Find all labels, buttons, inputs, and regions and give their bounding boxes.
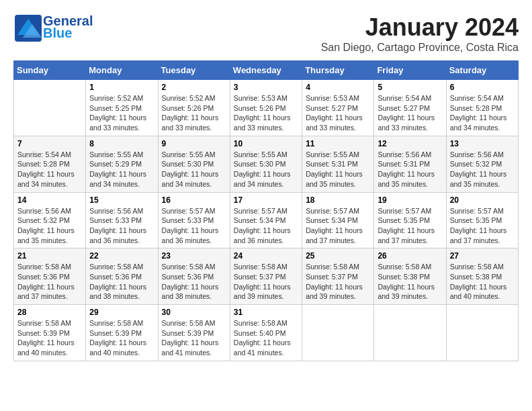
day-number: 3 [234,83,298,92]
day-info: Sunrise: 5:57 AMSunset: 5:33 PMDaylight:… [162,206,226,246]
day-number: 15 [89,195,154,205]
calendar-cell: 25Sunrise: 5:58 AMSunset: 5:37 PMDayligh… [302,248,374,305]
day-info: Sunrise: 5:58 AMSunset: 5:39 PMDaylight:… [89,318,154,358]
day-info: Sunrise: 5:56 AMSunset: 5:32 PMDaylight:… [17,206,82,246]
calendar-cell: 15Sunrise: 5:56 AMSunset: 5:33 PMDayligh… [86,192,158,248]
day-info: Sunrise: 5:55 AMSunset: 5:30 PMDaylight:… [234,150,298,189]
day-info: Sunrise: 5:58 AMSunset: 5:36 PMDaylight:… [89,262,154,302]
col-header-thursday: Thursday [302,61,374,80]
day-info: Sunrise: 5:53 AMSunset: 5:26 PMDaylight:… [234,93,298,133]
calendar-cell: 13Sunrise: 5:56 AMSunset: 5:32 PMDayligh… [446,136,518,192]
day-info: Sunrise: 5:58 AMSunset: 5:39 PMDaylight:… [162,318,226,358]
day-info: Sunrise: 5:55 AMSunset: 5:29 PMDaylight:… [89,150,154,189]
day-number: 20 [450,195,515,205]
day-info: Sunrise: 5:55 AMSunset: 5:31 PMDaylight:… [306,150,370,189]
calendar-header-row: SundayMondayTuesdayWednesdayThursdayFrid… [14,61,519,80]
day-number: 23 [162,251,226,261]
calendar-cell: 24Sunrise: 5:58 AMSunset: 5:37 PMDayligh… [230,248,302,305]
day-info: Sunrise: 5:58 AMSunset: 5:37 PMDaylight:… [234,262,298,302]
day-info: Sunrise: 5:57 AMSunset: 5:34 PMDaylight:… [234,206,298,246]
day-number: 9 [162,139,226,148]
day-number: 19 [378,195,442,205]
calendar-cell: 21Sunrise: 5:58 AMSunset: 5:36 PMDayligh… [14,248,86,305]
day-info: Sunrise: 5:57 AMSunset: 5:35 PMDaylight:… [378,206,442,246]
day-info: Sunrise: 5:54 AMSunset: 5:28 PMDaylight:… [17,150,82,189]
day-info: Sunrise: 5:53 AMSunset: 5:27 PMDaylight:… [306,93,370,133]
calendar-cell: 12Sunrise: 5:56 AMSunset: 5:31 PMDayligh… [374,136,446,192]
day-number: 7 [17,139,82,148]
day-info: Sunrise: 5:57 AMSunset: 5:34 PMDaylight:… [306,206,370,246]
day-info: Sunrise: 5:58 AMSunset: 5:38 PMDaylight:… [450,262,515,302]
day-number: 30 [162,308,226,317]
calendar-cell: 3Sunrise: 5:53 AMSunset: 5:26 PMDaylight… [230,80,302,136]
calendar-cell: 16Sunrise: 5:57 AMSunset: 5:33 PMDayligh… [158,192,230,248]
week-row-2: 7Sunrise: 5:54 AMSunset: 5:28 PMDaylight… [14,136,519,192]
col-header-sunday: Sunday [14,61,86,80]
col-header-monday: Monday [86,61,158,80]
calendar-cell: 11Sunrise: 5:55 AMSunset: 5:31 PMDayligh… [302,136,374,192]
day-number: 12 [378,139,442,148]
logo: General Blue [13,13,93,40]
day-number: 31 [234,308,298,317]
calendar-cell: 23Sunrise: 5:58 AMSunset: 5:36 PMDayligh… [158,248,230,305]
day-number: 29 [89,308,154,317]
day-info: Sunrise: 5:52 AMSunset: 5:25 PMDaylight:… [89,93,154,133]
day-info: Sunrise: 5:56 AMSunset: 5:32 PMDaylight:… [450,150,515,189]
calendar-cell: 22Sunrise: 5:58 AMSunset: 5:36 PMDayligh… [86,248,158,305]
calendar-cell: 2Sunrise: 5:52 AMSunset: 5:26 PMDaylight… [158,80,230,136]
day-info: Sunrise: 5:58 AMSunset: 5:40 PMDaylight:… [234,318,298,358]
day-info: Sunrise: 5:56 AMSunset: 5:31 PMDaylight:… [378,150,442,189]
calendar-cell: 14Sunrise: 5:56 AMSunset: 5:32 PMDayligh… [14,192,86,248]
day-info: Sunrise: 5:58 AMSunset: 5:39 PMDaylight:… [17,318,82,358]
col-header-wednesday: Wednesday [230,61,302,80]
day-number: 25 [306,251,370,261]
day-number: 8 [89,139,154,148]
calendar-cell: 1Sunrise: 5:52 AMSunset: 5:25 PMDaylight… [86,80,158,136]
col-header-friday: Friday [374,61,446,80]
calendar-table: SundayMondayTuesdayWednesdayThursdayFrid… [13,60,519,361]
calendar-cell [446,305,518,361]
calendar-cell: 19Sunrise: 5:57 AMSunset: 5:35 PMDayligh… [374,192,446,248]
calendar-cell: 28Sunrise: 5:58 AMSunset: 5:39 PMDayligh… [14,305,86,361]
day-number: 17 [234,195,298,205]
page-subtitle: San Diego, Cartago Province, Costa Rica [321,42,519,54]
calendar-cell: 10Sunrise: 5:55 AMSunset: 5:30 PMDayligh… [230,136,302,192]
calendar-cell: 18Sunrise: 5:57 AMSunset: 5:34 PMDayligh… [302,192,374,248]
day-number: 24 [234,251,298,261]
day-info: Sunrise: 5:58 AMSunset: 5:36 PMDaylight:… [17,262,82,302]
day-info: Sunrise: 5:58 AMSunset: 5:37 PMDaylight:… [306,262,370,302]
calendar-cell [302,305,374,361]
calendar-cell: 29Sunrise: 5:58 AMSunset: 5:39 PMDayligh… [86,305,158,361]
day-info: Sunrise: 5:58 AMSunset: 5:36 PMDaylight:… [162,262,226,302]
day-number: 11 [306,139,370,148]
day-number: 1 [89,83,154,92]
logo-icon [13,13,40,40]
week-row-5: 28Sunrise: 5:58 AMSunset: 5:39 PMDayligh… [14,305,519,361]
week-row-4: 21Sunrise: 5:58 AMSunset: 5:36 PMDayligh… [14,248,519,305]
calendar-cell [374,305,446,361]
title-block: January 2024 San Diego, Cartago Province… [321,13,519,54]
day-number: 18 [306,195,370,205]
col-header-saturday: Saturday [446,61,518,80]
day-info: Sunrise: 5:54 AMSunset: 5:28 PMDaylight:… [450,93,515,133]
day-number: 6 [450,83,515,92]
calendar-cell: 30Sunrise: 5:58 AMSunset: 5:39 PMDayligh… [158,305,230,361]
week-row-1: 1Sunrise: 5:52 AMSunset: 5:25 PMDaylight… [14,80,519,136]
day-number: 4 [306,83,370,92]
calendar-cell: 27Sunrise: 5:58 AMSunset: 5:38 PMDayligh… [446,248,518,305]
col-header-tuesday: Tuesday [158,61,230,80]
calendar-cell: 9Sunrise: 5:55 AMSunset: 5:30 PMDaylight… [158,136,230,192]
day-info: Sunrise: 5:56 AMSunset: 5:33 PMDaylight:… [89,206,154,246]
calendar-cell: 31Sunrise: 5:58 AMSunset: 5:40 PMDayligh… [230,305,302,361]
day-number: 27 [450,251,515,261]
calendar-cell: 17Sunrise: 5:57 AMSunset: 5:34 PMDayligh… [230,192,302,248]
header: General Blue January 2024 San Diego, Car… [13,13,519,54]
day-info: Sunrise: 5:58 AMSunset: 5:38 PMDaylight:… [378,262,442,302]
week-row-3: 14Sunrise: 5:56 AMSunset: 5:32 PMDayligh… [14,192,519,248]
page-title: January 2024 [321,13,519,42]
day-number: 16 [162,195,226,205]
day-info: Sunrise: 5:52 AMSunset: 5:26 PMDaylight:… [162,93,226,133]
calendar-body: 1Sunrise: 5:52 AMSunset: 5:25 PMDaylight… [14,80,519,361]
day-number: 2 [162,83,226,92]
day-number: 28 [17,308,82,317]
